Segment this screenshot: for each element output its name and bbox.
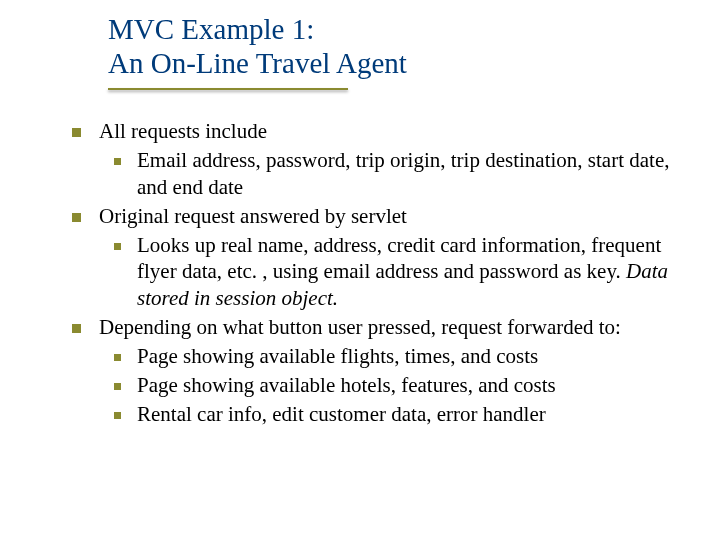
list-item-text: Email address, password, trip origin, tr… <box>137 147 692 201</box>
title-line-2: An On-Line Travel Agent <box>108 46 668 80</box>
slide-body: All requests include Email address, pass… <box>72 118 692 430</box>
list-item: Page showing available flights, times, a… <box>114 343 692 370</box>
list-item-text: Page showing available flights, times, a… <box>137 343 692 370</box>
list-item-text: Original request answered by servlet <box>99 203 692 230</box>
list-item: Depending on what button user pressed, r… <box>72 314 692 341</box>
square-bullet-icon <box>114 158 121 165</box>
list-item: Page showing available hotels, features,… <box>114 372 692 399</box>
square-bullet-icon <box>114 354 121 361</box>
list-item: Email address, password, trip origin, tr… <box>114 147 692 201</box>
square-bullet-icon <box>72 324 81 333</box>
list-item: Looks up real name, address, credit card… <box>114 232 692 313</box>
square-bullet-icon <box>72 128 81 137</box>
list-item: Original request answered by servlet <box>72 203 692 230</box>
list-item-text: Depending on what button user pressed, r… <box>99 314 692 341</box>
list-item-text: Looks up real name, address, credit card… <box>137 232 692 313</box>
square-bullet-icon <box>72 213 81 222</box>
title-line-1: MVC Example 1: <box>108 12 668 46</box>
square-bullet-icon <box>114 383 121 390</box>
list-item-text-part: Looks up real name, address, credit card… <box>137 233 661 284</box>
list-item: All requests include <box>72 118 692 145</box>
list-item-text: Rental car info, edit customer data, err… <box>137 401 692 428</box>
list-item-text: Page showing available hotels, features,… <box>137 372 692 399</box>
slide-title: MVC Example 1: An On-Line Travel Agent <box>108 12 668 80</box>
square-bullet-icon <box>114 412 121 419</box>
list-item: Rental car info, edit customer data, err… <box>114 401 692 428</box>
slide: MVC Example 1: An On-Line Travel Agent A… <box>0 0 720 540</box>
square-bullet-icon <box>114 243 121 250</box>
list-item-text: All requests include <box>99 118 692 145</box>
title-underline <box>108 88 348 90</box>
